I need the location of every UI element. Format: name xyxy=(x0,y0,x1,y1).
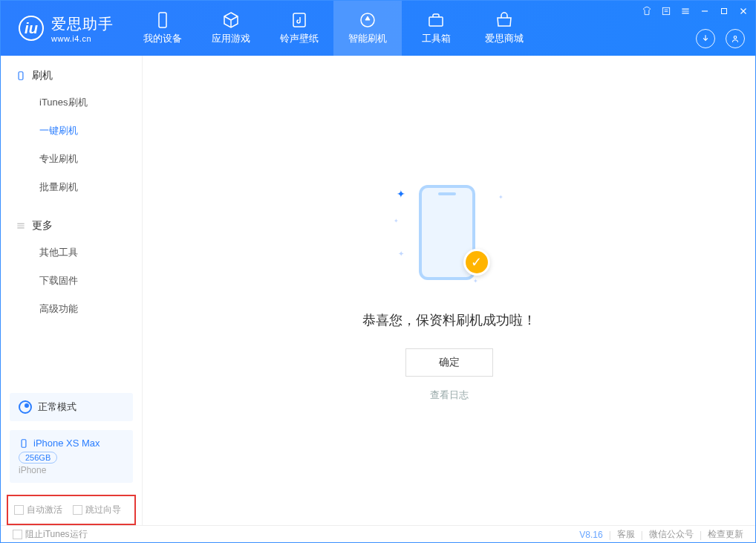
checkbox-block-itunes[interactable]: 阻止iTunes运行 xyxy=(13,528,88,541)
sparkle-icon: ✦ xyxy=(473,278,478,284)
device-icon xyxy=(16,71,26,81)
svg-rect-2 xyxy=(429,17,443,26)
download-icon[interactable] xyxy=(696,29,715,48)
logo: iu 爱思助手 www.i4.cn xyxy=(1,14,128,43)
sidebar-item-download-firmware[interactable]: 下载固件 xyxy=(1,267,142,295)
tab-label: 应用游戏 xyxy=(212,32,250,45)
tab-label: 铃声壁纸 xyxy=(280,32,319,45)
sidebar-item-advanced[interactable]: 高级功能 xyxy=(1,295,142,323)
mode-card[interactable]: 正常模式 xyxy=(10,393,133,421)
support-link[interactable]: 客服 xyxy=(617,528,635,541)
checkbox-skip-guide[interactable]: 跳过向导 xyxy=(73,504,121,516)
check-update-link[interactable]: 检查更新 xyxy=(708,528,743,541)
user-icon[interactable] xyxy=(726,29,745,48)
maximize-button[interactable] xyxy=(718,5,730,17)
svg-rect-1 xyxy=(293,13,305,27)
tab-ringtones[interactable]: 铃声壁纸 xyxy=(265,1,333,56)
window-controls xyxy=(641,5,749,17)
shirt-icon[interactable] xyxy=(641,5,653,17)
main-content: ✦ ✦ ✦ ✦ ✦ ✓ 恭喜您，保资料刷机成功啦！ 确定 查看日志 xyxy=(143,56,755,525)
sidebar-item-oneclick-flash[interactable]: 一键刷机 xyxy=(1,117,142,145)
success-illustration: ✦ ✦ ✦ ✦ ✦ ✓ xyxy=(394,179,505,290)
section-title: 刷机 xyxy=(32,69,53,82)
tab-smart-flash[interactable]: 智能刷机 xyxy=(333,1,402,56)
sidebar-item-batch-flash[interactable]: 批量刷机 xyxy=(1,173,142,201)
footer-bar: 阻止iTunes运行 V8.16 | 客服 | 微信公众号 | 检查更新 xyxy=(1,525,755,543)
ok-button[interactable]: 确定 xyxy=(405,348,493,377)
svg-rect-0 xyxy=(159,13,166,27)
refresh-icon xyxy=(359,11,377,29)
header-action-icons xyxy=(696,29,745,48)
header-bar: iu 爱思助手 www.i4.cn 我的设备 应用游戏 铃声壁纸 智能刷机 工具… xyxy=(1,1,755,56)
mode-icon xyxy=(19,400,32,414)
svg-rect-7 xyxy=(22,439,26,447)
music-icon xyxy=(290,11,308,29)
tab-label: 工具箱 xyxy=(422,32,451,45)
main-tabs: 我的设备 应用游戏 铃声壁纸 智能刷机 工具箱 爱思商城 xyxy=(128,1,538,56)
close-button[interactable] xyxy=(737,5,749,17)
tab-apps-games[interactable]: 应用游戏 xyxy=(197,1,265,56)
svg-rect-4 xyxy=(722,9,727,14)
device-name: iPhone XS Max xyxy=(33,438,100,449)
tab-label: 智能刷机 xyxy=(348,32,387,45)
device-type: iPhone xyxy=(19,465,124,475)
tab-label: 爱思商城 xyxy=(485,32,524,45)
logo-icon: iu xyxy=(19,16,44,41)
phone-icon xyxy=(19,438,29,449)
sidebar-item-itunes-flash[interactable]: iTunes刷机 xyxy=(1,88,142,117)
minimize-button[interactable] xyxy=(699,5,711,17)
sidebar-item-other-tools[interactable]: 其他工具 xyxy=(1,238,142,267)
menu-icon[interactable] xyxy=(680,5,691,17)
options-row: 自动激活 跳过向导 xyxy=(7,495,136,525)
svg-point-5 xyxy=(734,36,737,39)
sidebar-section-flash: 刷机 xyxy=(1,69,142,88)
device-capacity: 256GB xyxy=(19,452,57,464)
section-title: 更多 xyxy=(32,219,53,233)
checkbox-auto-activate[interactable]: 自动激活 xyxy=(14,504,62,516)
shop-icon xyxy=(495,11,513,29)
sidebar-section-more: 更多 xyxy=(1,219,142,238)
view-log-link[interactable]: 查看日志 xyxy=(430,388,469,402)
version-label: V8.16 xyxy=(579,530,602,540)
sparkle-icon: ✦ xyxy=(397,188,405,200)
sparkle-icon: ✦ xyxy=(398,250,404,258)
tab-label: 我的设备 xyxy=(143,32,182,45)
device-card[interactable]: iPhone XS Max 256GB iPhone xyxy=(10,430,133,483)
svg-rect-3 xyxy=(662,7,669,14)
mode-label: 正常模式 xyxy=(38,400,76,414)
app-url: www.i4.cn xyxy=(51,34,114,43)
phone-icon xyxy=(154,11,172,29)
cube-icon xyxy=(222,11,240,29)
tab-my-device[interactable]: 我的设备 xyxy=(128,1,197,56)
list-icon[interactable] xyxy=(660,5,672,17)
toolbox-icon xyxy=(427,11,445,29)
menu-icon xyxy=(16,221,26,231)
wechat-link[interactable]: 微信公众号 xyxy=(649,528,694,541)
app-name: 爱思助手 xyxy=(51,14,114,34)
success-message: 恭喜您，保资料刷机成功啦！ xyxy=(362,311,536,329)
check-badge-icon: ✓ xyxy=(463,249,490,276)
tab-toolbox[interactable]: 工具箱 xyxy=(402,1,470,56)
tab-shop[interactable]: 爱思商城 xyxy=(470,1,538,56)
svg-rect-6 xyxy=(19,72,23,80)
sidebar: 刷机 iTunes刷机 一键刷机 专业刷机 批量刷机 更多 其他工具 下载固件 … xyxy=(1,56,143,525)
sidebar-item-pro-flash[interactable]: 专业刷机 xyxy=(1,145,142,173)
sparkle-icon: ✦ xyxy=(498,194,504,201)
sparkle-icon: ✦ xyxy=(394,218,399,224)
